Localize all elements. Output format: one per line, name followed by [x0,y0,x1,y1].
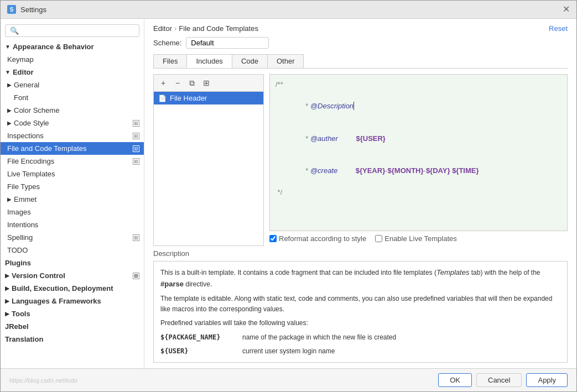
indicator-icon: ⊞ [133,145,139,152]
sidebar-item-keymap[interactable]: Keymap [1,53,144,66]
code-tag: @Description [310,102,354,110]
sidebar-item-images[interactable]: Images [1,206,144,218]
sidebar-item-font[interactable]: Font [1,91,144,104]
code-line: * @auther ${USER} [275,122,562,155]
add-button[interactable]: + [157,77,169,89]
sidebar-item-languages[interactable]: ▶ Languages & Frameworks [1,295,144,307]
sidebar-item-translation[interactable]: Translation [1,333,144,346]
sidebar-item-fileencodings[interactable]: File Encodings ⊞ [1,155,144,168]
code-editor-wrap: /** * @Description * @auther ${USER} * @… [269,74,568,246]
right-panel: Editor › File and Code Templates Reset S… [144,19,576,368]
sidebar-item-colorscheme[interactable]: ▶ Color Scheme [1,104,144,117]
sidebar-item-todo[interactable]: TODO [1,244,144,257]
tab-code[interactable]: Code [232,54,268,68]
code-var: ${MONTH} [388,166,424,175]
sidebar-item-label: Emmet [14,195,37,203]
sidebar-item-versioncontrol[interactable]: ▶ Version Control ⊞ [1,269,144,282]
var-row-user: ${USER} current user system login name [160,346,560,357]
reformat-button[interactable]: ⊞ [200,77,212,89]
sidebar-item-label: File Types [7,182,40,191]
sidebar-item-jrebel[interactable]: JRebel [1,320,144,333]
sidebar-item-label: Editor [13,68,34,76]
sidebar-item-tools[interactable]: ▶ Tools [1,307,144,320]
arrow-icon: ▶ [5,273,9,279]
sidebar-item-filetypes[interactable]: File Types [1,180,144,193]
reformat-checkbox[interactable] [269,235,277,242]
editor-area: + − ⧉ ⊞ 📄 File Header /** [153,74,568,246]
search-box[interactable]: 🔍 [5,24,139,37]
sidebar-item-filecodetemplates[interactable]: File and Code Templates ⊞ [1,142,144,155]
sidebar-item-general[interactable]: ▶ General [1,79,144,91]
tab-other[interactable]: Other [267,54,304,68]
tab-includes[interactable]: Includes [186,54,232,68]
copy-button[interactable]: ⧉ [186,77,198,89]
settings-window: S Settings ✕ 🔍 ▼ Appearance & Behavior K… [0,0,577,392]
sidebar-item-appearance[interactable]: ▼ Appearance & Behavior [1,40,144,53]
sidebar-item-label: Font [14,93,28,102]
enable-live-checkbox-row[interactable]: Enable Live Templates [375,234,457,243]
sidebar-item-intentions[interactable]: Intentions [1,218,144,231]
sidebar-item-label: Spelling [7,233,33,242]
sidebar-item-build[interactable]: ▶ Build, Execution, Deployment [1,282,144,295]
reset-button[interactable]: Reset [549,24,568,33]
sidebar-item-label: Inspections [7,132,44,140]
sidebar-item-label: File and Code Templates [7,144,87,153]
sidebar-item-spelling[interactable]: Spelling ⊞ [1,231,144,244]
cancel-button[interactable]: Cancel [476,373,522,387]
sidebar-item-label: General [14,81,39,89]
sidebar-item-codestyle[interactable]: ▶ Code Style ⊞ [1,117,144,129]
indicator-icon: ⊞ [133,273,139,279]
sidebar-item-plugins[interactable]: Plugins [1,257,144,269]
sidebar-item-label: Version Control [12,271,65,280]
search-input[interactable] [21,27,134,35]
sidebar-item-emmet[interactable]: ▶ Emmet [1,193,144,206]
watermark: https://blog.csdn.net/todo [9,377,77,384]
ok-button[interactable]: OK [438,373,472,387]
title-bar: S Settings ✕ [1,1,576,19]
var-name: ${PACKAGE_NAME} [160,332,238,343]
code-var: ${YEAR} [356,166,385,175]
sidebar-item-editor[interactable]: ▼ Editor [1,66,144,79]
tab-files[interactable]: Files [153,54,187,68]
sidebar-item-livetemplates[interactable]: Live Templates [1,168,144,180]
code-editor[interactable]: /** * @Description * @auther ${USER} * @… [269,74,568,231]
arrow-icon: ▶ [7,107,12,113]
arrow-icon: ▼ [5,44,11,50]
sidebar-item-label: Build, Execution, Deployment [12,284,113,292]
code-line: * @Description [275,90,562,123]
cursor [354,102,354,110]
title-bar-left: S Settings [7,5,46,14]
code-space [337,166,356,175]
code-comment: * [304,102,310,110]
var-desc: current user system login name [242,346,335,357]
scheme-select[interactable]: Default [186,37,269,49]
code-comment: * [304,166,310,175]
reformat-checkbox-row[interactable]: Reformat according to style [269,234,366,243]
enable-live-checkbox[interactable] [375,235,382,242]
description-section: Description This is a built-in template.… [153,249,568,363]
sidebar-item-label: JRebel [5,322,29,331]
reformat-label: Reformat according to style [279,234,366,243]
enable-live-label: Enable Live Templates [384,234,457,243]
sidebar-item-label: File Encodings [7,157,54,165]
var-row-packagename: ${PACKAGE_NAME} name of the package in w… [160,332,560,343]
sidebar-item-label: TODO [7,246,28,254]
file-list-toolbar: + − ⧉ ⊞ [154,75,263,92]
code-line: */ [275,187,562,198]
file-list: + − ⧉ ⊞ 📄 File Header [153,74,264,246]
close-button[interactable]: ✕ [563,5,570,14]
code-var: ${DAY} [426,166,450,175]
tabs-row: Files Includes Code Other [153,54,568,69]
apply-button[interactable]: Apply [526,373,568,387]
arrow-icon: ▶ [7,196,12,202]
arrow-icon: ▶ [5,311,9,317]
var-name: ${USER} [160,346,238,357]
file-item-fileheader[interactable]: 📄 File Header [154,92,263,104]
file-list-items: 📄 File Header [154,92,263,245]
code-tag: @auther [310,134,338,143]
arrow-icon: ▼ [5,69,11,75]
breadcrumb-sep: › [174,24,176,33]
sidebar-item-label: Live Templates [7,170,55,178]
remove-button[interactable]: − [171,77,184,89]
sidebar-item-inspections[interactable]: Inspections ⊞ [1,129,144,142]
